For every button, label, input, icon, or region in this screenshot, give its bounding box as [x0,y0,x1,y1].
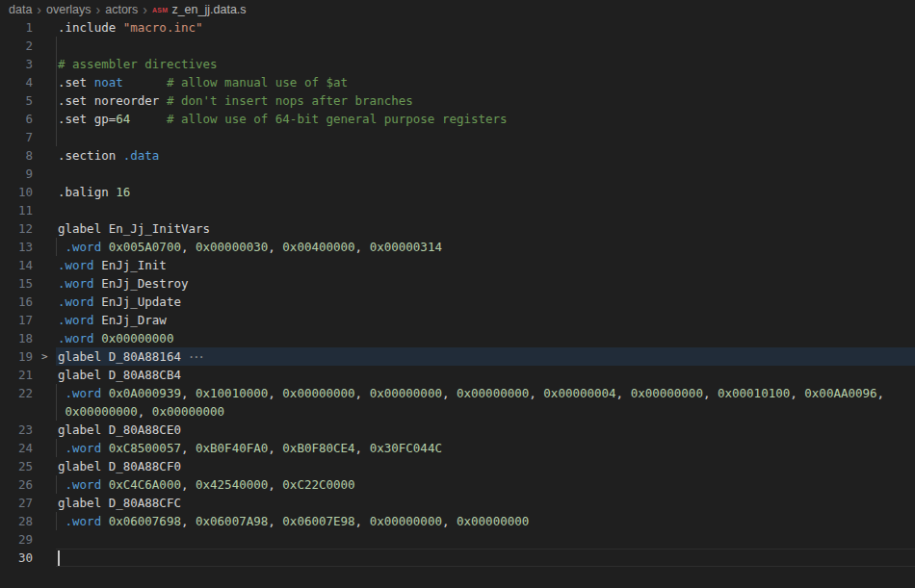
code-line[interactable]: 16.word EnJj_Update [0,293,915,311]
line-number[interactable]: 17 [0,311,33,329]
line-number[interactable]: 27 [0,494,33,512]
code-text[interactable]: glabel D_80A88CB4 [56,366,915,384]
code-text[interactable] [56,128,915,146]
code-text[interactable]: glabel D_80A88CFC [56,494,915,512]
code-text[interactable]: .word 0x06007698, 0x06007A98, 0x06007E98… [56,512,915,530]
line-number[interactable]: 21 [0,366,33,384]
code-text[interactable]: glabel D_80A88164··· [56,347,915,366]
line-number[interactable]: 22 [0,384,33,402]
line-number[interactable]: 29 [0,530,33,549]
breadcrumb-item-actors[interactable]: actors [105,3,138,16]
code-line[interactable]: 3# assembler directives [0,55,915,73]
code-line[interactable]: 27glabel D_80A88CFC [0,494,915,512]
line-number[interactable]: 26 [0,475,33,494]
code-line[interactable]: 1.include "macro.inc" [0,18,915,37]
breadcrumb-item-file[interactable]: ASM z_en_jj.data.s [152,3,247,16]
code-line[interactable]: 15.word EnJj_Destroy [0,274,915,293]
code-line[interactable]: 17.word EnJj_Draw [0,311,915,329]
code-text[interactable] [56,549,915,567]
code-line[interactable]: 8.section .data [0,146,915,165]
code-text[interactable]: .set noat # allow manual use of $at [56,73,915,91]
line-number[interactable]: 8 [0,146,33,165]
code-line[interactable]: 29 [0,530,915,549]
line-number[interactable]: 1 [0,18,33,37]
code-text[interactable]: .word 0x0A000939, 0x10010000, 0x00000000… [56,384,915,402]
code-text[interactable]: glabel En_Jj_InitVars [56,219,915,238]
code-text[interactable]: .word EnJj_Draw [56,311,915,329]
code-line[interactable]: 14.word EnJj_Init [0,256,915,274]
code-line[interactable]: 11 [0,201,915,219]
code-text[interactable]: glabel D_80A88CF0 [56,457,915,475]
fold-chevron-icon[interactable]: > [33,347,56,366]
line-number[interactable]: 3 [0,55,33,73]
code-line[interactable]: 2 [0,37,915,55]
code-editor[interactable]: 1.include "macro.inc"23# assembler direc… [0,18,915,567]
line-number[interactable]: 14 [0,256,33,274]
code-line[interactable]: 18.word 0x00000000 [0,329,915,347]
code-text[interactable]: .word 0xC8500057, 0xB0F40FA0, 0xB0F80CE4… [56,439,915,457]
line-number[interactable]: 10 [0,183,33,201]
code-text[interactable]: .word EnJj_Destroy [56,274,915,293]
line-number[interactable]: 12 [0,219,33,238]
code-line[interactable]: 9 [0,165,915,183]
line-number[interactable]: 19 [0,347,33,366]
code-line[interactable]: 6.set gp=64 # allow use of 64-bit genera… [0,110,915,128]
code-token: 0xC22C0000 [282,477,354,492]
folded-code-ellipsis[interactable]: ··· [188,350,203,364]
code-text[interactable]: .word 0xC4C6A000, 0x42540000, 0xC22C0000 [56,475,915,494]
code-text[interactable] [56,530,915,549]
code-line[interactable]: 4.set noat # allow manual use of $at [0,73,915,91]
code-line[interactable]: 13 .word 0x005A0700, 0x00000030, 0x00400… [0,238,915,256]
line-number[interactable]: 15 [0,274,33,293]
code-text[interactable]: .balign 16 [56,183,915,201]
line-number[interactable]: 24 [0,439,33,457]
line-number[interactable]: 25 [0,457,33,475]
code-text[interactable]: .word 0x005A0700, 0x00000030, 0x00400000… [56,238,915,256]
code-text[interactable] [56,201,915,219]
code-line[interactable]: 30 [0,549,915,567]
line-number[interactable]: 2 [0,37,33,55]
line-number[interactable]: 13 [0,238,33,256]
code-line[interactable]: 21glabel D_80A88CB4 [0,366,915,384]
code-line[interactable]: 12glabel En_Jj_InitVars [0,219,915,238]
code-line[interactable]: 22 .word 0x0A000939, 0x10010000, 0x00000… [0,384,915,402]
code-line[interactable]: 7 [0,128,915,146]
code-line[interactable]: 10.balign 16 [0,183,915,201]
code-line[interactable]: 28 .word 0x06007698, 0x06007A98, 0x06007… [0,512,915,530]
code-text[interactable]: .set gp=64 # allow use of 64-bit general… [56,110,915,128]
line-number[interactable]: 5 [0,91,33,110]
code-line[interactable]: 19>glabel D_80A88164··· [0,347,915,366]
code-text[interactable] [56,37,915,55]
line-number[interactable]: 6 [0,110,33,128]
breadcrumb-item-data[interactable]: data [9,3,32,16]
code-text[interactable]: .include "macro.inc" [56,18,915,37]
line-number[interactable] [0,402,33,421]
code-line[interactable]: 25glabel D_80A88CF0 [0,457,915,475]
code-text[interactable]: .section .data [56,146,915,165]
line-number[interactable]: 4 [0,73,33,91]
code-text[interactable]: .set noreorder # don't insert nops after… [56,91,915,110]
code-text[interactable] [56,165,915,183]
line-number[interactable]: 28 [0,512,33,530]
code-text[interactable]: glabel D_80A88CE0 [56,421,915,439]
line-number[interactable]: 16 [0,293,33,311]
code-line[interactable]: 5.set noreorder # don't insert nops afte… [0,91,915,110]
code-line[interactable]: 0x00000000, 0x00000000 [0,402,915,421]
line-number[interactable]: 7 [0,128,33,146]
code-text[interactable]: .word EnJj_Init [56,256,915,274]
code-line[interactable]: 26 .word 0xC4C6A000, 0x42540000, 0xC22C0… [0,475,915,494]
line-number[interactable]: 23 [0,421,33,439]
line-number[interactable]: 11 [0,201,33,219]
code-text[interactable]: .word 0x00000000 [56,329,915,347]
line-number[interactable]: 9 [0,165,33,183]
code-line[interactable]: 23glabel D_80A88CE0 [0,421,915,439]
code-text[interactable]: 0x00000000, 0x00000000 [56,402,915,421]
fold-gutter [33,219,56,238]
line-number[interactable]: 18 [0,329,33,347]
code-line[interactable]: 24 .word 0xC8500057, 0xB0F40FA0, 0xB0F80… [0,439,915,457]
line-number[interactable]: 30 [0,549,33,567]
code-text[interactable]: .word EnJj_Update [56,293,915,311]
code-text[interactable]: # assembler directives [56,55,915,73]
fold-gutter [33,293,56,311]
breadcrumb-item-overlays[interactable]: overlays [46,3,92,16]
